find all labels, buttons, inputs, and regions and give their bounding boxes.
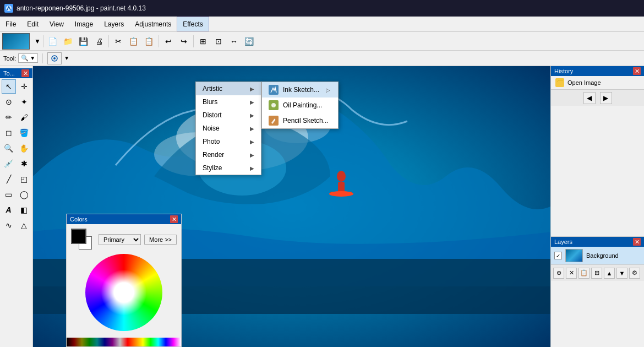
primary-swatch[interactable] <box>71 229 86 244</box>
rotate-btn[interactable]: 🔄 <box>242 34 256 48</box>
cursor-here: ▷ <box>326 87 330 93</box>
tool-clone[interactable]: ✱ <box>17 156 31 171</box>
primary-select[interactable]: Primary <box>99 234 141 245</box>
tool-text[interactable]: A <box>2 203 16 217</box>
flip-btn[interactable]: ↔ <box>227 34 241 48</box>
canvas-area: Artistic ▶ Blurs ▶ Distort ▶ Noise ▶ Pho… <box>33 66 550 347</box>
more-btn[interactable]: More >> <box>144 235 177 245</box>
effects-distort[interactable]: Distort ▶ <box>196 109 261 122</box>
menu-file[interactable]: File <box>0 17 21 31</box>
tool-line[interactable]: ╱ <box>2 172 16 186</box>
submenu-oil-painting[interactable]: Oil Painting... <box>262 97 338 113</box>
copy-btn[interactable]: 📋 <box>127 34 141 48</box>
tool-color-picker[interactable]: 💉 <box>2 156 16 171</box>
tool-paintbrush[interactable]: 🖌 <box>17 110 31 124</box>
menu-effects[interactable]: Effects <box>177 17 209 31</box>
tool-dropdown-arrow[interactable]: ▼ <box>30 55 35 61</box>
paste-btn[interactable]: 📋 <box>142 34 156 48</box>
history-undo-btn[interactable]: ◀ <box>583 92 596 104</box>
tool-label: Tool: <box>3 55 16 62</box>
svg-point-2 <box>53 57 56 59</box>
resize-btn[interactable]: ⊡ <box>211 34 226 48</box>
layer-merge-btn[interactable]: ⊞ <box>591 268 602 279</box>
new-btn[interactable]: 📄 <box>46 34 60 48</box>
tool-row-7: ╱ ◰ <box>2 172 31 186</box>
tool-pan[interactable]: ✋ <box>17 141 31 155</box>
color-swatches <box>71 229 95 251</box>
layer-duplicate-btn[interactable]: 📋 <box>578 268 590 279</box>
color-palette-strip[interactable] <box>67 338 181 346</box>
tool-selector[interactable]: 🔍 ▼ <box>18 53 38 63</box>
layers-close[interactable]: ✕ <box>633 238 641 246</box>
svg-point-14 <box>337 171 346 182</box>
menu-image[interactable]: Image <box>69 17 99 31</box>
toolbox: To... ✕ ↖ ✛ ⊙ ✦ ✏ 🖌 ◻ 🪣 🔍 ✋ 💉 ✱ ╱ ◰ <box>0 66 33 347</box>
artistic-arrow: ▶ <box>250 86 254 92</box>
save-btn[interactable]: 💾 <box>77 34 91 48</box>
history-redo-btn[interactable]: ▶ <box>600 92 612 104</box>
artistic-submenu: Ink Sketch... ▷ Oil Painting... Pencil S… <box>261 82 339 129</box>
tool-row-9: A ◧ <box>2 203 31 217</box>
undo-btn[interactable]: ↩ <box>161 34 176 48</box>
render-arrow: ▶ <box>250 152 254 158</box>
print-btn[interactable]: 🖨 <box>92 34 106 48</box>
layer-props-btn[interactable]: ⚙ <box>629 268 640 279</box>
effects-dropdown: Artistic ▶ Blurs ▶ Distort ▶ Noise ▶ Pho… <box>195 82 261 175</box>
tool-shapes[interactable]: ◰ <box>17 172 31 186</box>
colors-panel: Colors ✕ Primary More >> <box>66 214 182 347</box>
tool-option-dropdown[interactable]: ▼ <box>64 55 69 61</box>
layer-background[interactable]: ✓ Background <box>551 247 644 264</box>
crop-btn[interactable]: ⊞ <box>196 34 210 48</box>
tool-gradient[interactable]: ◧ <box>17 203 31 217</box>
tool-row-8: ▭ ◯ <box>2 187 31 202</box>
submenu-ink-sketch[interactable]: Ink Sketch... ▷ <box>262 82 338 97</box>
tool-zoom[interactable]: 🔍 <box>2 141 16 155</box>
layer-delete-btn[interactable]: ✕ <box>566 268 577 279</box>
tool-magic-wand[interactable]: ✦ <box>17 95 31 109</box>
history-item-open[interactable]: Open Image <box>551 76 644 89</box>
thumbnail-dropdown[interactable]: ▼ <box>34 37 41 45</box>
submenu-pencil-sketch[interactable]: Pencil Sketch... <box>262 113 338 128</box>
toolbox-close[interactable]: ✕ <box>21 69 29 77</box>
tool-rect[interactable]: ▭ <box>2 187 16 202</box>
tool-option-btn[interactable] <box>47 52 62 64</box>
svg-point-19 <box>271 103 276 107</box>
tool-fill[interactable]: 🪣 <box>17 126 31 140</box>
effects-stylize[interactable]: Stylize ▶ <box>196 161 261 175</box>
tool-row-2: ⊙ ✦ <box>2 95 31 109</box>
stylize-arrow: ▶ <box>250 165 254 171</box>
tool-pencil[interactable]: ✏ <box>2 110 16 124</box>
effects-blurs[interactable]: Blurs ▶ <box>196 95 261 109</box>
menu-view[interactable]: View <box>44 17 69 31</box>
redo-btn[interactable]: ↪ <box>177 34 191 48</box>
menu-edit[interactable]: Edit <box>21 17 44 31</box>
tool-eraser[interactable]: ◻ <box>2 126 16 140</box>
history-panel: History ✕ Open Image ◀ ▶ <box>551 66 644 237</box>
effects-photo[interactable]: Photo ▶ <box>196 135 261 148</box>
layer-add-btn[interactable]: ⊕ <box>553 268 564 279</box>
color-wheel[interactable] <box>85 254 162 331</box>
cut-btn[interactable]: ✂ <box>111 34 125 48</box>
tool-lasso[interactable]: ⊙ <box>2 95 16 109</box>
menu-adjustments[interactable]: Adjustments <box>129 17 177 31</box>
tool-select-bar: Tool: 🔍 ▼ ▼ <box>0 51 644 66</box>
oil-painting-icon <box>269 100 279 110</box>
layer-visibility-check[interactable]: ✓ <box>554 252 562 259</box>
colors-close[interactable]: ✕ <box>170 215 178 223</box>
tool-freeform[interactable]: △ <box>17 218 31 232</box>
menu-layers[interactable]: Layers <box>99 17 129 31</box>
history-open-label: Open Image <box>567 79 601 86</box>
effects-noise[interactable]: Noise ▶ <box>196 122 261 135</box>
open-btn[interactable]: 📁 <box>61 34 75 48</box>
effects-artistic[interactable]: Artistic ▶ <box>196 82 261 95</box>
tool-move[interactable]: ✛ <box>17 79 31 94</box>
effects-render[interactable]: Render ▶ <box>196 148 261 161</box>
layer-up-btn[interactable]: ▲ <box>604 268 615 279</box>
tool-ellipse[interactable]: ◯ <box>17 187 31 202</box>
history-close[interactable]: ✕ <box>633 67 641 75</box>
distort-arrow: ▶ <box>250 112 254 118</box>
color-wheel-container: Primary More >> <box>67 224 181 335</box>
tool-curve[interactable]: ∿ <box>2 218 16 232</box>
layer-down-btn[interactable]: ▼ <box>616 268 627 279</box>
tool-select[interactable]: ↖ <box>2 79 16 94</box>
